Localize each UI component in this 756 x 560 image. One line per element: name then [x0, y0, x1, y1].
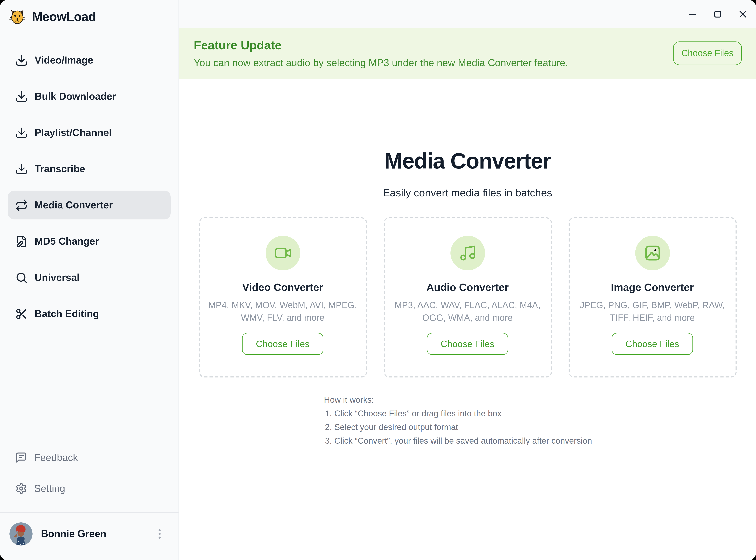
how-it-works-step: 3. Click “Convert”, your files will be s…: [325, 434, 592, 448]
sidebar-footer: Feedback Setting: [0, 445, 179, 560]
video-icon-circle: [265, 236, 300, 271]
how-it-works-step: 2. Select your desired output format: [325, 421, 592, 434]
sidebar-item-label: Video/Image: [35, 55, 93, 66]
sidebar-item-label: MD5 Changer: [35, 236, 99, 247]
sidebar: MeowLoad Video/Image Bulk Downloader Pla…: [0, 0, 179, 560]
media-converter-page: Media Converter Easily convert media fil…: [179, 79, 756, 560]
app-window: MeowLoad Video/Image Bulk Downloader Pla…: [0, 0, 756, 560]
converter-cards: Video Converter MP4, MKV, MOV, WebM, AVI…: [199, 217, 736, 378]
close-button[interactable]: [738, 9, 748, 19]
banner-message: You can now extract audio by selecting M…: [194, 57, 568, 68]
gear-icon: [15, 482, 27, 495]
minimize-icon: [688, 10, 697, 18]
image-choose-files-button[interactable]: Choose Files: [612, 333, 693, 355]
feedback-bubble-icon: [15, 452, 27, 464]
music-note-icon: [459, 244, 477, 262]
video-camera-icon: [274, 244, 292, 262]
window-titlebar: [179, 0, 756, 28]
card-title: Audio Converter: [426, 281, 509, 294]
sidebar-item-label: Transcribe: [35, 163, 85, 175]
sidebar-item-label: Batch Editing: [35, 308, 99, 320]
banner-choose-files-button[interactable]: Choose Files: [673, 41, 742, 65]
user-name: Bonnie Green: [41, 528, 106, 540]
sidebar-item-feedback[interactable]: Feedback: [8, 445, 171, 470]
video-choose-files-button[interactable]: Choose Files: [242, 333, 323, 355]
maximize-button[interactable]: [713, 9, 722, 19]
banner-text: Feature Update You can now extract audio…: [194, 38, 568, 68]
maximize-icon: [714, 10, 722, 18]
sidebar-item-video-image[interactable]: Video/Image: [8, 46, 171, 75]
sidebar-item-bulk-downloader[interactable]: Bulk Downloader: [8, 82, 171, 111]
sidebar-item-playlist-channel[interactable]: Playlist/Channel: [8, 118, 171, 147]
audio-choose-files-button[interactable]: Choose Files: [427, 333, 508, 355]
sidebar-item-label: Playlist/Channel: [35, 127, 112, 138]
picture-icon: [643, 244, 661, 262]
card-formats: JPEG, PNG, GIF, BMP, WebP, RAW, TIFF, HE…: [580, 299, 725, 324]
app-title: MeowLoad: [32, 9, 96, 24]
sidebar-item-batch-editing[interactable]: Batch Editing: [8, 299, 171, 328]
user-profile-row[interactable]: Bonnie Green: [0, 513, 179, 560]
download-icon: [15, 54, 28, 66]
app-logo-row: MeowLoad: [0, 0, 179, 28]
card-formats: MP3, AAC, WAV, FLAC, ALAC, M4A, OGG, WMA…: [395, 299, 540, 324]
image-converter-card[interactable]: Image Converter JPEG, PNG, GIF, BMP, Web…: [569, 217, 736, 378]
sidebar-item-media-converter[interactable]: Media Converter: [8, 191, 171, 219]
audio-converter-card[interactable]: Audio Converter MP3, AAC, WAV, FLAC, ALA…: [384, 217, 552, 378]
feature-update-banner: Feature Update You can now extract audio…: [179, 28, 756, 79]
user-menu-kebab-icon[interactable]: [156, 527, 163, 541]
card-title: Image Converter: [611, 281, 694, 294]
avatar: [9, 522, 33, 545]
cat-logo-icon: [9, 9, 25, 25]
sidebar-item-setting[interactable]: Setting: [8, 476, 171, 501]
how-it-works: How it works: 1. Click “Choose Files” or…: [324, 393, 592, 448]
image-icon-circle: [635, 236, 670, 271]
card-title: Video Converter: [242, 281, 323, 294]
file-pen-icon: [15, 235, 28, 247]
search-icon: [15, 271, 28, 284]
page-title: Media Converter: [384, 148, 551, 174]
minimize-button[interactable]: [688, 9, 697, 19]
scissors-icon: [15, 307, 28, 320]
page-subtitle: Easily convert media files in batches: [383, 187, 552, 199]
repeat-icon: [15, 199, 28, 212]
sidebar-item-label: Feedback: [34, 452, 78, 463]
video-converter-card[interactable]: Video Converter MP4, MKV, MOV, WebM, AVI…: [199, 217, 367, 378]
sidebar-item-universal[interactable]: Universal: [8, 263, 171, 292]
audio-icon-circle: [450, 236, 485, 271]
close-icon: [739, 10, 747, 18]
sidebar-nav: Video/Image Bulk Downloader Playlist/Cha…: [0, 46, 179, 328]
sidebar-item-md5-changer[interactable]: MD5 Changer: [8, 227, 171, 256]
sidebar-item-label: Media Converter: [35, 199, 113, 211]
download-icon: [15, 90, 28, 103]
download-icon: [15, 126, 28, 139]
sidebar-item-label: Universal: [35, 272, 80, 283]
how-it-works-step: 1. Click “Choose Files” or drag files in…: [325, 407, 592, 421]
banner-title: Feature Update: [194, 38, 568, 52]
main-area: Feature Update You can now extract audio…: [179, 0, 756, 560]
card-formats: MP4, MKV, MOV, WebM, AVI, MPEG, WMV, FLV…: [208, 299, 357, 324]
how-it-works-heading: How it works:: [324, 393, 592, 407]
download-icon: [15, 163, 28, 175]
sidebar-item-transcribe[interactable]: Transcribe: [8, 154, 171, 183]
sidebar-item-label: Setting: [34, 483, 65, 494]
sidebar-item-label: Bulk Downloader: [35, 91, 116, 102]
